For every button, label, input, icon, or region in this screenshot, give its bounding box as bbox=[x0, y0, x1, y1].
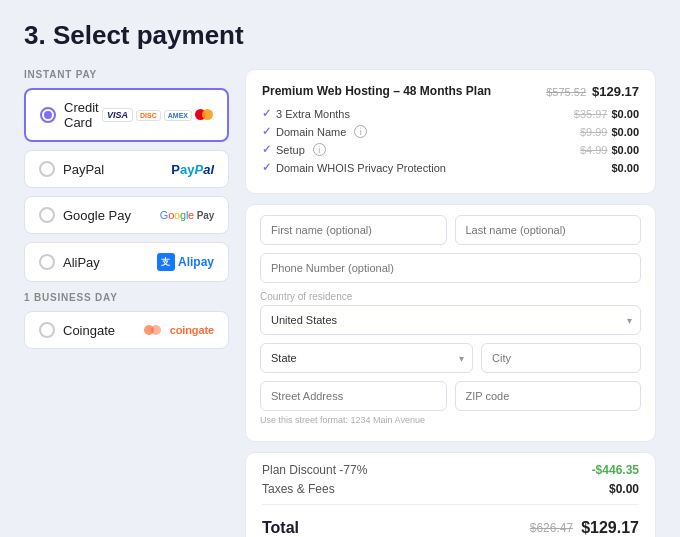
payment-option-coingate[interactable]: Coingate coingate bbox=[24, 311, 229, 349]
street-hint: Use this street format: 1234 Main Avenue bbox=[260, 415, 641, 425]
alipay-icon: 支 Alipay bbox=[157, 253, 214, 271]
paypal-label: PayPal bbox=[63, 162, 104, 177]
total-row: Total $626.47 $129.17 bbox=[262, 513, 639, 537]
divider bbox=[262, 504, 639, 505]
country-select-wrap: United States Canada United Kingdom ▾ bbox=[260, 305, 641, 335]
coingate-label: Coingate bbox=[63, 323, 115, 338]
check-icon: ✓ bbox=[262, 125, 271, 138]
payment-option-paypal[interactable]: PayPal PayPal bbox=[24, 150, 229, 188]
discover-icon: DISC bbox=[136, 110, 161, 121]
left-panel: INSTANT PAY Credit Card VISA DISC AMEX bbox=[24, 69, 229, 357]
page-title: 3. Select payment bbox=[24, 20, 656, 51]
payment-option-credit-card[interactable]: Credit Card VISA DISC AMEX bbox=[24, 88, 229, 142]
feature-price: $9.99 $0.00 bbox=[580, 126, 639, 138]
business-day-label: 1 BUSINESS DAY bbox=[24, 292, 229, 303]
plan-pricing: $575.52 $129.17 bbox=[546, 84, 639, 99]
total-price-old: $626.47 bbox=[530, 521, 573, 535]
phone-input[interactable] bbox=[260, 253, 641, 283]
state-select-wrap: State ▾ bbox=[260, 343, 473, 373]
coingate-icon: coingate bbox=[144, 323, 214, 337]
feature-price: $0.00 bbox=[611, 162, 639, 174]
first-name-input[interactable] bbox=[260, 215, 447, 245]
feature-name: Setup bbox=[276, 144, 305, 156]
radio-credit-card bbox=[40, 107, 56, 123]
address-row bbox=[260, 381, 641, 411]
feature-row-setup: ✓ Setup i $4.99 $0.00 bbox=[262, 143, 639, 156]
google-pay-label: Google Pay bbox=[63, 208, 131, 223]
mastercard-icon bbox=[195, 109, 213, 121]
payment-option-alipay[interactable]: AliPay 支 Alipay bbox=[24, 242, 229, 282]
radio-paypal bbox=[39, 161, 55, 177]
discount-row: Plan Discount -77% -$446.35 bbox=[262, 463, 639, 477]
feature-name: Domain Name bbox=[276, 126, 346, 138]
order-summary: Premium Web Hosting – 48 Months Plan $57… bbox=[245, 69, 656, 194]
credit-card-label: Credit Card bbox=[64, 100, 102, 130]
state-select[interactable]: State bbox=[260, 343, 473, 373]
feature-row-whois: ✓ Domain WHOIS Privacy Protection $0.00 bbox=[262, 161, 639, 174]
visa-icon: VISA bbox=[102, 108, 133, 122]
zip-input[interactable] bbox=[455, 381, 642, 411]
total-price-new: $129.17 bbox=[581, 519, 639, 537]
discount-value: -$446.35 bbox=[592, 463, 639, 477]
gpay-icon: Google Pay bbox=[160, 209, 214, 221]
info-icon[interactable]: i bbox=[313, 143, 326, 156]
feature-row-domain: ✓ Domain Name i $9.99 $0.00 bbox=[262, 125, 639, 138]
country-label: Country of residence bbox=[260, 291, 641, 302]
taxes-row: Taxes & Fees $0.00 bbox=[262, 482, 639, 496]
check-icon: ✓ bbox=[262, 107, 271, 120]
alipay-label: AliPay bbox=[63, 255, 100, 270]
page-container: 3. Select payment INSTANT PAY Credit Car… bbox=[0, 0, 680, 537]
feature-name: Domain WHOIS Privacy Protection bbox=[276, 162, 446, 174]
paypal-icon: PayPal bbox=[171, 162, 214, 177]
phone-row bbox=[260, 253, 641, 283]
plan-price-new: $129.17 bbox=[592, 84, 639, 99]
svg-point-1 bbox=[151, 325, 161, 335]
totals-section: Plan Discount -77% -$446.35 Taxes & Fees… bbox=[245, 452, 656, 537]
payment-option-google-pay[interactable]: Google Pay Google Pay bbox=[24, 196, 229, 234]
amex-icon: AMEX bbox=[164, 110, 192, 121]
plan-name: Premium Web Hosting – 48 Months Plan bbox=[262, 84, 546, 98]
state-city-row: State ▾ bbox=[260, 343, 641, 373]
radio-alipay bbox=[39, 254, 55, 270]
taxes-label: Taxes & Fees bbox=[262, 482, 335, 496]
instant-pay-label: INSTANT PAY bbox=[24, 69, 229, 80]
feature-price: $4.99 $0.00 bbox=[580, 144, 639, 156]
coingate-svg-icon bbox=[144, 323, 166, 337]
plan-price-old: $575.52 bbox=[546, 86, 586, 98]
plan-row: Premium Web Hosting – 48 Months Plan $57… bbox=[262, 84, 639, 99]
info-icon[interactable]: i bbox=[354, 125, 367, 138]
main-layout: INSTANT PAY Credit Card VISA DISC AMEX bbox=[24, 69, 656, 537]
radio-google-pay bbox=[39, 207, 55, 223]
feature-name: 3 Extra Months bbox=[276, 108, 350, 120]
taxes-value: $0.00 bbox=[609, 482, 639, 496]
billing-form: Country of residence United States Canad… bbox=[245, 204, 656, 442]
feature-row-extra-months: ✓ 3 Extra Months $35.97 $0.00 bbox=[262, 107, 639, 120]
city-input[interactable] bbox=[481, 343, 641, 373]
last-name-input[interactable] bbox=[455, 215, 642, 245]
total-label: Total bbox=[262, 519, 299, 537]
name-row bbox=[260, 215, 641, 245]
total-pricing: $626.47 $129.17 bbox=[530, 519, 639, 537]
discount-label: Plan Discount -77% bbox=[262, 463, 367, 477]
check-icon: ✓ bbox=[262, 143, 271, 156]
street-input[interactable] bbox=[260, 381, 447, 411]
country-select[interactable]: United States Canada United Kingdom bbox=[260, 305, 641, 335]
card-logos: VISA DISC AMEX bbox=[102, 108, 213, 122]
check-icon: ✓ bbox=[262, 161, 271, 174]
radio-coingate bbox=[39, 322, 55, 338]
right-panel: Premium Web Hosting – 48 Months Plan $57… bbox=[245, 69, 656, 537]
feature-price: $35.97 $0.00 bbox=[574, 108, 639, 120]
